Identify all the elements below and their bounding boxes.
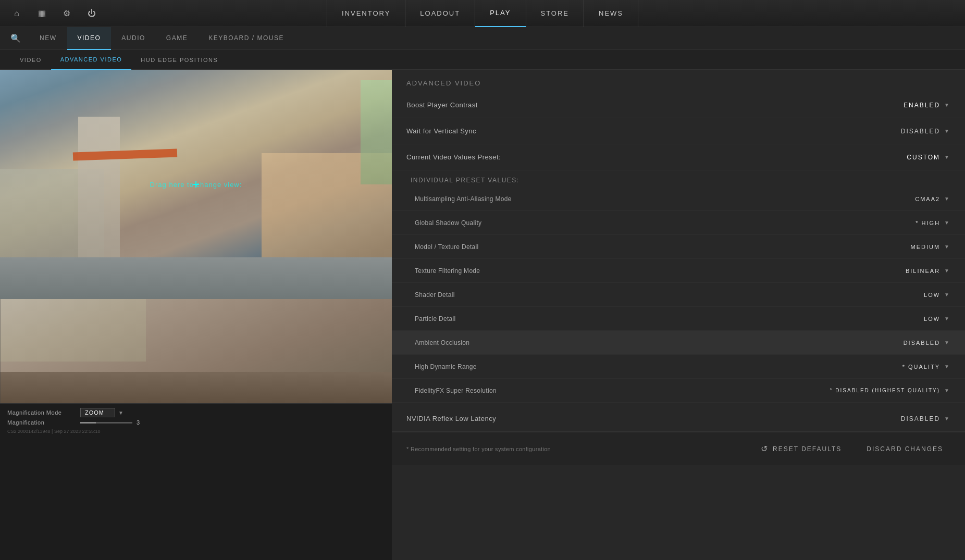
msaa-chevron: ▼ [944,196,950,202]
magnification-slider-container: 3 [80,419,147,426]
nvidia-reflex-row[interactable]: NVIDIA Reflex Low Latency DISABLED ▼ [392,406,965,432]
settings-footer: * Recommended setting for your system co… [392,432,965,465]
nav-store[interactable]: STORE [526,0,584,27]
magnification-slider-row: Magnification 3 [7,419,385,426]
search-icon[interactable]: 🔍 [10,33,21,43]
msaa-row[interactable]: Multisampling Anti-Aliasing Mode CMAA2 ▼ [392,187,965,211]
vertical-sync-chevron: ▼ [944,128,950,134]
top-nav: ⌂ ▦ ⚙ ⏻ INVENTORY LOADOUT PLAY STORE NEW… [0,0,965,27]
magnification-mode-chevron: ▼ [118,410,123,416]
particle-detail-chevron: ▼ [944,316,950,321]
game-view-bottom[interactable] [0,299,392,403]
ambient-occlusion-chevron: ▼ [944,340,950,345]
shader-detail-label: Shader Detail [415,291,924,298]
status-bar-text: CS2 2000142/13948 | Sep 27 2023 22:55:10 [7,429,385,434]
particle-detail-label: Particle Detail [415,315,924,322]
texture-filtering-row[interactable]: Texture Filtering Mode BILINEAR ▼ [392,259,965,283]
shadow-quality-label: Global Shadow Quality [415,219,915,227]
magnification-slider-label: Magnification [7,419,75,426]
tab-keyboard-mouse[interactable]: KEYBOARD / MOUSE [198,27,294,50]
fsr-chevron: ▼ [944,388,950,393]
magnification-slider-fill [80,422,96,424]
footer-note: * Recommended setting for your system co… [406,446,743,452]
nvidia-reflex-value: DISABLED ▼ [901,415,950,422]
left-panel: Drag here to change view: + Magnificatio… [0,70,392,560]
nvidia-reflex-chevron: ▼ [944,416,950,421]
vertical-sync-row[interactable]: Wait for Vertical Sync DISABLED ▼ [392,118,965,144]
reset-defaults-button[interactable]: ↺ RESET DEFAULTS [753,440,849,458]
nav-play[interactable]: PLAY [475,0,526,27]
magnification-slider[interactable] [80,422,132,424]
bottom-controls: Magnification Mode ZOOM ▼ Magnification … [0,403,392,560]
subtab-advanced-video[interactable]: ADVANCED VIDEO [51,50,132,70]
tab-game[interactable]: GAME [156,27,198,50]
fsr-row[interactable]: FidelityFX Super Resolution * DISABLED (… [392,379,965,403]
shadow-quality-value: * HIGH ▼ [915,220,950,226]
texture-filtering-label: Texture Filtering Mode [415,267,906,275]
discard-changes-label: DISCARD CHANGES [867,445,943,453]
hdr-value: * QUALITY ▼ [902,364,950,370]
tab-video[interactable]: VIDEO [67,27,112,50]
top-nav-menu: INVENTORY LOADOUT PLAY STORE NEWS [327,0,638,27]
main-content: Drag here to change view: + Magnificatio… [0,70,965,560]
video-preset-value: CUSTOM ▼ [907,154,950,161]
msaa-label: Multisampling Anti-Aliasing Mode [415,195,915,203]
vertical-sync-value: DISABLED ▼ [901,128,950,135]
texture-filtering-chevron: ▼ [944,268,950,273]
tab-audio[interactable]: AUDIO [111,27,156,50]
shadow-quality-chevron: ▼ [944,220,950,226]
individual-preset-label: Individual Preset Values: [392,170,965,187]
nvidia-reflex-label: NVIDIA Reflex Low Latency [406,415,901,422]
ambient-occlusion-row[interactable]: Ambient Occlusion DISABLED ▼ [392,331,965,355]
sub-tabs: VIDEO ADVANCED VIDEO HUD EDGE POSITIONS [0,50,965,70]
nav-loadout[interactable]: LOADOUT [405,0,475,27]
fsr-label: FidelityFX Super Resolution [415,387,830,394]
texture-detail-label: Model / Texture Detail [415,243,910,251]
magnification-mode-value[interactable]: ZOOM [80,408,115,417]
particle-detail-row[interactable]: Particle Detail LOW ▼ [392,307,965,331]
video-preset-row[interactable]: Current Video Values Preset: CUSTOM ▼ [392,144,965,170]
right-panel: Advanced Video Boost Player Contrast ENA… [392,70,965,560]
ambient-occlusion-label: Ambient Occlusion [415,339,904,346]
particle-detail-value: LOW ▼ [924,316,950,322]
texture-detail-row[interactable]: Model / Texture Detail MEDIUM ▼ [392,235,965,259]
advanced-video-title: Advanced Video [392,70,965,92]
magnification-value: 3 [137,419,147,426]
top-nav-icons: ⌂ ▦ ⚙ ⏻ [10,7,98,20]
hdr-chevron: ▼ [944,364,950,369]
shader-detail-chevron: ▼ [944,292,950,297]
boost-player-contrast-chevron: ▼ [944,102,950,108]
hdr-row[interactable]: High Dynamic Range * QUALITY ▼ [392,355,965,379]
nav-inventory[interactable]: INVENTORY [327,0,405,27]
fsr-value: * DISABLED (HIGHEST QUALITY) ▼ [830,388,950,393]
texture-detail-chevron: ▼ [944,244,950,250]
ambient-occlusion-value: DISABLED ▼ [904,340,950,346]
game-view-top[interactable]: Drag here to change view: + [0,70,392,299]
subtab-video[interactable]: VIDEO [10,50,51,70]
tab-new[interactable]: NEW [29,27,67,50]
shader-detail-row[interactable]: Shader Detail LOW ▼ [392,283,965,307]
drag-hint: Drag here to change view: [150,181,242,189]
settings-tabs: 🔍 NEW VIDEO AUDIO GAME KEYBOARD / MOUSE [0,27,965,50]
video-preset-label: Current Video Values Preset: [406,153,907,161]
msaa-value: CMAA2 ▼ [915,196,950,202]
vertical-sync-label: Wait for Vertical Sync [406,127,901,135]
texture-detail-value: MEDIUM ▼ [910,244,950,250]
home-icon[interactable]: ⌂ [10,7,23,20]
power-icon[interactable]: ⏻ [85,7,98,20]
discard-changes-button[interactable]: DISCARD CHANGES [859,441,950,457]
magnification-mode-row: Magnification Mode ZOOM ▼ [7,408,385,417]
boost-player-contrast-row[interactable]: Boost Player Contrast ENABLED ▼ [392,92,965,118]
magnification-mode-label: Magnification Mode [7,409,75,416]
texture-filtering-value: BILINEAR ▼ [906,268,950,274]
nav-news[interactable]: NEWS [584,0,638,27]
crosshair: + [192,177,200,192]
news-icon[interactable]: ▦ [35,7,48,20]
video-preset-chevron: ▼ [944,154,950,160]
subtab-hud-edge[interactable]: HUD EDGE POSITIONS [131,50,227,70]
boost-player-contrast-value: ENABLED ▼ [904,102,950,109]
boost-player-contrast-label: Boost Player Contrast [406,101,904,109]
settings-icon[interactable]: ⚙ [60,7,73,20]
magnification-mode-dropdown[interactable]: ZOOM ▼ [80,408,123,417]
shadow-quality-row[interactable]: Global Shadow Quality * HIGH ▼ [392,211,965,235]
